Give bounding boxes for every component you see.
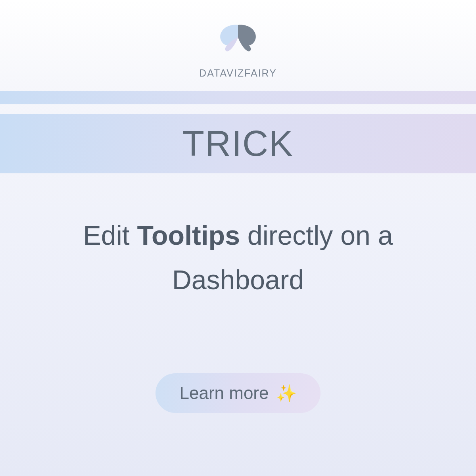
banner-label: TRICK (182, 123, 294, 164)
decorative-gap (0, 104, 476, 114)
decorative-stripe-thin (0, 91, 476, 104)
main-text-before: Edit (83, 220, 137, 250)
header: DATAVIZFAIRY (199, 0, 277, 91)
butterfly-logo-icon (216, 20, 260, 56)
main-heading: Edit Tooltips directly on a Dashboard (60, 213, 416, 302)
sparkle-icon: ✨ (276, 384, 297, 403)
main-text-bold: Tooltips (137, 220, 240, 250)
brand-name: DATAVIZFAIRY (199, 67, 277, 79)
cta-label: Learn more (179, 383, 269, 403)
learn-more-button[interactable]: Learn more ✨ (155, 373, 320, 413)
banner-stripe: TRICK (0, 114, 476, 173)
